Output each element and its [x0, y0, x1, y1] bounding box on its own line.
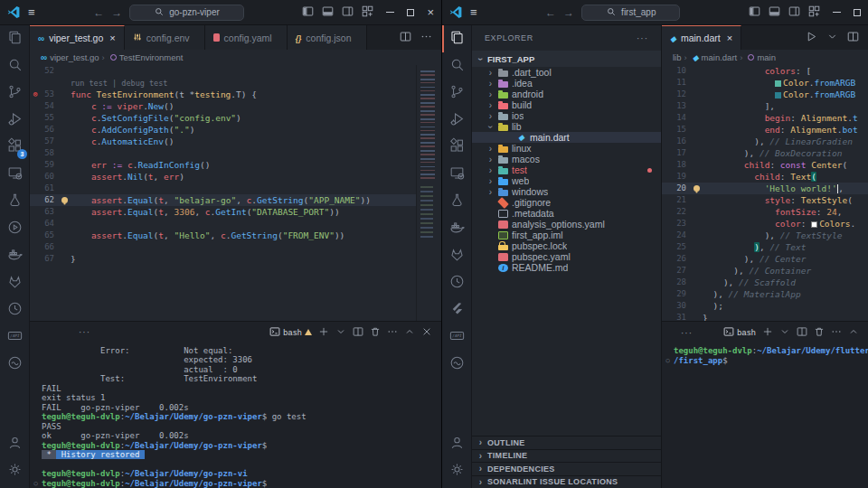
code-line[interactable]: 64 — [30, 218, 441, 230]
docker-icon[interactable] — [0, 242, 29, 269]
breadcrumb[interactable]: lib◆main.dartmain — [662, 50, 868, 65]
new-terminal-icon[interactable] — [762, 326, 773, 339]
live-share-icon[interactable] — [0, 215, 29, 242]
forward-arrow-icon[interactable]: → — [563, 6, 574, 19]
close-button[interactable]: × — [427, 6, 434, 18]
testing-icon[interactable] — [442, 188, 471, 215]
code-line[interactable]: 29 ), // MaterialApp — [662, 288, 868, 300]
terminal[interactable]: teguh@teguh-dvlp:~/Belajar/Udemy/flutter… — [662, 343, 868, 488]
minimize-button[interactable] — [386, 12, 394, 13]
code-line[interactable]: 61 — [30, 183, 441, 194]
command-center-search[interactable]: first_app — [581, 5, 680, 21]
code-line[interactable]: 52 — [30, 65, 441, 77]
code-line[interactable]: 63 assert.Equal(t, 3306, c.GetInt("DATAB… — [30, 206, 441, 218]
maximize-button[interactable] — [854, 9, 861, 16]
toggle-sidebar-icon[interactable] — [749, 5, 760, 21]
code-line[interactable]: 15 end: Alignment.bot — [662, 124, 868, 136]
kill-terminal-icon[interactable] — [370, 326, 381, 339]
maximize-panel-icon[interactable] — [848, 326, 859, 339]
remote-explorer-icon[interactable] — [442, 161, 471, 188]
toggle-secondary-sidebar-icon[interactable] — [342, 5, 354, 21]
sonarlint-icon[interactable] — [0, 351, 29, 378]
code-editor[interactable]: 10 colors: [ 11 Color.fromARGB 1 — [662, 65, 868, 321]
tree-item-lib[interactable]: › lib — [472, 121, 661, 132]
code-line[interactable]: 20 'Hello world!', — [662, 183, 868, 194]
tree-item-dart-tool[interactable]: › .dart_tool — [472, 67, 661, 78]
code-line[interactable]: 57 c.AutomaticEnv() — [30, 136, 441, 147]
code-line[interactable]: 27 ), // Container — [662, 265, 868, 277]
tree-item-first-app-iml[interactable]: first_app.iml — [472, 230, 661, 240]
tree-item-gitignore[interactable]: .gitignore — [472, 197, 661, 208]
more-actions-icon[interactable] — [420, 30, 432, 46]
search-icon[interactable] — [442, 52, 471, 80]
shell-selector[interactable]: bash — [723, 326, 756, 339]
code-line[interactable]: 30 ); — [662, 300, 868, 312]
minimize-button[interactable] — [833, 12, 841, 13]
code-line[interactable]: run test | debug test — [30, 77, 441, 89]
tab-viper-test-go[interactable]: ∞ viper_test.go × — [30, 25, 125, 50]
remote-explorer-icon[interactable] — [0, 161, 29, 188]
sidebar-section-header[interactable]: › OUTLINE — [472, 436, 661, 449]
tree-item-main-dart[interactable]: main.dart — [472, 132, 661, 143]
close-tab-icon[interactable]: × — [727, 33, 732, 43]
panel-actions-icon[interactable] — [831, 326, 842, 339]
code-line[interactable]: 21 style: TextStyle( — [662, 194, 868, 206]
tab-main-dart[interactable]: ◆ main.dart × — [662, 25, 741, 50]
tree-item-android[interactable]: › android — [472, 89, 661, 99]
tree-item-analysis-options[interactable]: analysis_options.yaml — [472, 219, 661, 230]
back-arrow-icon[interactable]: ← — [93, 6, 104, 19]
sonarlint-icon[interactable] — [442, 351, 471, 378]
maximize-panel-icon[interactable] — [404, 326, 415, 339]
code-line[interactable]: 19 child: Text( — [662, 171, 868, 183]
code-line[interactable]: 31 } — [662, 312, 868, 321]
tree-item-readme[interactable]: README.md — [472, 262, 661, 273]
code-line[interactable]: 56 c.AddConfigPath(".") — [30, 124, 441, 136]
panel-more-icon[interactable]: ··· — [79, 327, 90, 337]
tab-config-env[interactable]: config.env — [125, 25, 205, 50]
tree-item-idea[interactable]: › .idea — [472, 78, 661, 89]
tree-item-web[interactable]: › web — [472, 175, 661, 186]
sidebar-section-header[interactable]: › SONARLINT ISSUE LOCATIONS — [472, 475, 661, 488]
gitlab-icon[interactable] — [0, 269, 29, 296]
maximize-button[interactable] — [407, 9, 414, 16]
minimap[interactable] — [416, 65, 441, 321]
back-arrow-icon[interactable]: ← — [545, 6, 556, 19]
split-editor-icon[interactable] — [847, 30, 859, 46]
tree-item-ios[interactable]: › ios — [472, 110, 661, 121]
sidebar-section-header[interactable]: › TIMELINE — [472, 449, 661, 463]
tab-config-json[interactable]: {} config.json — [288, 25, 367, 50]
close-tab-icon[interactable]: × — [109, 33, 115, 43]
explorer-icon[interactable] — [442, 25, 471, 52]
shell-selector[interactable]: bash — [269, 326, 312, 339]
code-line[interactable]: 67 } — [30, 253, 441, 265]
code-line[interactable]: 53 func TestEnvironment(t *testing.T) { — [30, 89, 441, 100]
panel-actions-icon[interactable] — [387, 326, 398, 339]
run-dropdown-icon[interactable] — [826, 30, 838, 46]
toggle-sidebar-icon[interactable] — [302, 5, 314, 21]
panel-more-icon[interactable]: ··· — [681, 328, 693, 338]
source-control-icon[interactable] — [0, 80, 29, 107]
flutter-icon[interactable] — [442, 296, 471, 324]
toggle-secondary-sidebar-icon[interactable] — [788, 5, 800, 21]
gitlab-icon[interactable] — [442, 242, 471, 269]
code-line[interactable]: 18 child: const Center( — [662, 159, 868, 171]
api-client-icon[interactable]: /API — [0, 324, 29, 351]
command-center-search[interactable]: go-pzn-viper — [129, 5, 244, 21]
tree-item-pubspec-yaml[interactable]: pubspec.yaml — [472, 251, 661, 262]
split-editor-icon[interactable] — [400, 30, 411, 46]
tree-item-macos[interactable]: › macos — [472, 154, 661, 164]
code-line[interactable]: 58 — [30, 147, 441, 159]
extensions-icon[interactable]: 3 — [0, 134, 29, 161]
customize-layout-icon[interactable] — [808, 5, 820, 21]
code-line[interactable]: 60 assert.Nil(t, err) — [30, 171, 441, 183]
terminal-dropdown-icon[interactable] — [335, 326, 346, 339]
run-debug-icon[interactable] — [0, 107, 29, 134]
code-line[interactable]: 23 color: Colors. — [662, 218, 868, 230]
code-editor[interactable]: 52 run test | debug test 53 — [30, 65, 441, 321]
tree-item-build[interactable]: › build — [472, 99, 661, 110]
new-terminal-icon[interactable] — [318, 326, 329, 339]
code-line[interactable]: 59 err := c.ReadInConfig() — [30, 159, 441, 171]
api-client-icon[interactable]: /API — [442, 324, 471, 351]
run-debug-file-icon[interactable] — [806, 30, 817, 46]
code-line[interactable]: 65 assert.Equal(t, "Hello", c.GetString(… — [30, 230, 441, 241]
